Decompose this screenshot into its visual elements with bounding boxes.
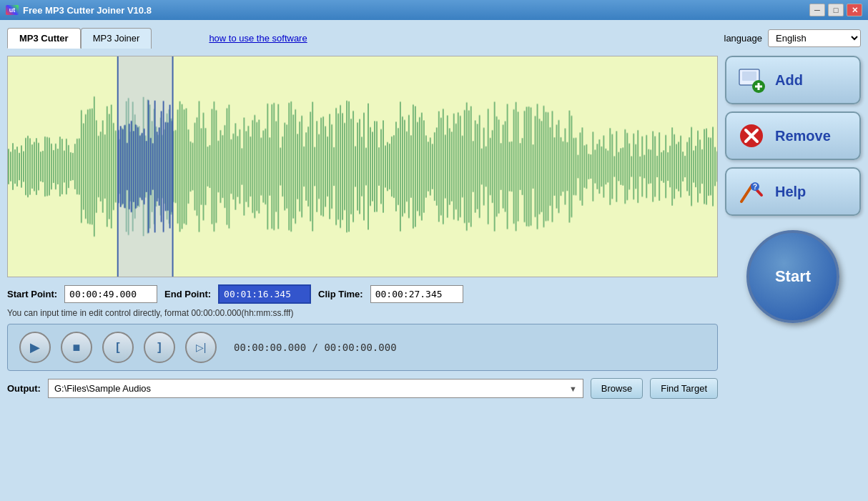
add-button[interactable]: Add bbox=[725, 56, 861, 104]
app-icon: ut bbox=[6, 5, 19, 15]
help-label: Help bbox=[775, 184, 806, 200]
start-button[interactable]: Start bbox=[746, 230, 839, 323]
end-point-input[interactable] bbox=[218, 284, 311, 304]
clip-time-input[interactable] bbox=[370, 285, 463, 303]
play-selection-icon: ▷| bbox=[196, 342, 207, 353]
minimize-button[interactable]: ─ bbox=[809, 4, 825, 16]
clip-time-label: Clip Time: bbox=[318, 289, 363, 299]
right-panel: Add Remove bbox=[725, 56, 861, 399]
output-bar: Output: G:\Files\Sample Audios ▼ Browse … bbox=[7, 378, 718, 399]
play-button[interactable]: ▶ bbox=[19, 332, 51, 363]
waveform-container[interactable] bbox=[7, 56, 718, 277]
top-bar: MP3 Cutter MP3 Joiner how to use the sof… bbox=[7, 24, 861, 51]
start-point-label: Start Point: bbox=[7, 289, 57, 299]
svg-line-12 bbox=[741, 185, 752, 202]
tab-mp3-joiner[interactable]: MP3 Joiner bbox=[81, 28, 152, 49]
language-label: language bbox=[724, 33, 763, 44]
dropdown-arrow-icon[interactable]: ▼ bbox=[569, 385, 577, 393]
svg-text:?: ? bbox=[753, 183, 757, 191]
mark-start-icon: [ bbox=[116, 341, 119, 354]
browse-button[interactable]: Browse bbox=[591, 378, 643, 399]
start-label: Start bbox=[775, 267, 811, 286]
window-controls: ─ □ ✕ bbox=[809, 4, 862, 16]
how-to-link[interactable]: how to use the software bbox=[209, 33, 307, 44]
remove-label: Remove bbox=[775, 128, 831, 144]
help-button[interactable]: ? Help bbox=[725, 167, 861, 216]
left-panel: Start Point: End Point: Clip Time: You c… bbox=[7, 56, 718, 399]
maximize-button[interactable]: □ bbox=[828, 4, 844, 16]
remove-button[interactable]: Remove bbox=[725, 111, 861, 160]
playback-time-display: 00:00:00.000 / 00:00:00.000 bbox=[234, 342, 397, 353]
svg-rect-5 bbox=[742, 71, 756, 81]
output-label: Output: bbox=[7, 383, 41, 394]
mark-end-button[interactable]: ] bbox=[144, 332, 175, 363]
tabs: MP3 Cutter MP3 Joiner bbox=[7, 28, 152, 49]
waveform-canvas bbox=[8, 56, 717, 277]
main-content: MP3 Cutter MP3 Joiner how to use the sof… bbox=[0, 20, 868, 403]
app-title: Free MP3 Cutter Joiner V10.8 bbox=[23, 5, 152, 16]
hint-text: You can input time in edit control direc… bbox=[7, 308, 718, 318]
help-icon: ? bbox=[736, 177, 766, 207]
output-path-text: G:\Files\Sample Audios bbox=[54, 383, 151, 394]
language-section: language English Chinese Spanish French … bbox=[724, 29, 862, 47]
add-icon bbox=[736, 65, 766, 95]
remove-icon bbox=[736, 121, 766, 151]
play-selection-button[interactable]: ▷| bbox=[185, 332, 217, 363]
playback-bar: ▶ ■ [ ] ▷| 00:00:00.000 / 00:00:00.000 bbox=[7, 324, 718, 371]
time-controls: Start Point: End Point: Clip Time: bbox=[7, 284, 718, 304]
mark-end-icon: ] bbox=[157, 341, 161, 354]
find-target-button[interactable]: Find Target bbox=[650, 378, 718, 399]
tab-mp3-cutter[interactable]: MP3 Cutter bbox=[7, 28, 81, 49]
close-button[interactable]: ✕ bbox=[847, 4, 862, 16]
end-point-label: End Point: bbox=[164, 289, 211, 299]
language-select[interactable]: English Chinese Spanish French German bbox=[768, 29, 861, 47]
title-bar: ut Free MP3 Cutter Joiner V10.8 ─ □ ✕ bbox=[0, 0, 868, 20]
mark-start-button[interactable]: [ bbox=[102, 332, 134, 363]
stop-button[interactable]: ■ bbox=[61, 332, 92, 363]
play-icon: ▶ bbox=[30, 339, 40, 355]
content-area: Start Point: End Point: Clip Time: You c… bbox=[7, 56, 861, 399]
add-label: Add bbox=[775, 72, 803, 89]
start-point-input[interactable] bbox=[64, 285, 157, 303]
stop-icon: ■ bbox=[73, 340, 81, 355]
